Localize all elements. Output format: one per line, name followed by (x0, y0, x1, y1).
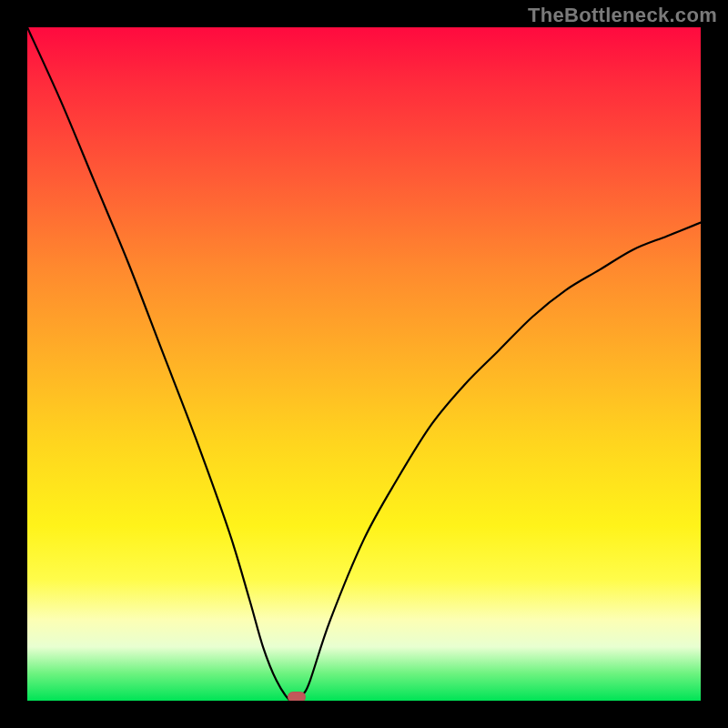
min-marker (288, 692, 306, 701)
watermark-text: TheBottleneck.com (528, 4, 717, 27)
plot-area (27, 27, 701, 701)
bottleneck-curve (27, 27, 701, 701)
chart-frame: TheBottleneck.com (0, 0, 728, 728)
